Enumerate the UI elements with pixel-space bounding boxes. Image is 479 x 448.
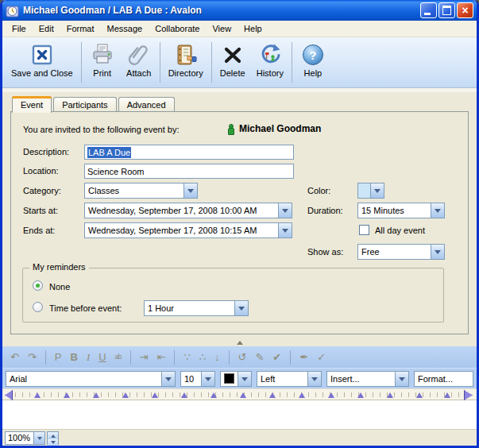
invite-text: You are invited to the following event b… bbox=[23, 125, 180, 134]
toolbar-separator bbox=[130, 350, 131, 365]
starts-at-value: Wednesday, September 17, 2008 10:00 AM bbox=[85, 203, 278, 218]
toolbar-separator bbox=[81, 42, 82, 83]
italic-icon[interactable]: I bbox=[87, 352, 90, 362]
history-button[interactable]: History bbox=[251, 40, 289, 79]
toolbar-button-label: Help bbox=[304, 68, 323, 78]
duration-select[interactable]: 15 Minutes bbox=[357, 203, 445, 218]
invite-row: You are invited to the following event b… bbox=[11, 122, 468, 139]
menu-message[interactable]: Message bbox=[102, 22, 148, 35]
indent-increase-icon[interactable]: ⇥ bbox=[140, 352, 149, 362]
menu-file[interactable]: File bbox=[7, 22, 31, 35]
my-reminders-legend: My reminders bbox=[29, 262, 89, 272]
chevron-down-icon bbox=[431, 245, 444, 259]
underline-icon[interactable]: U bbox=[99, 352, 106, 362]
reminder-time-value: 1 Hour bbox=[145, 301, 234, 315]
pane-splitter[interactable] bbox=[2, 338, 477, 346]
menu-collaborate[interactable]: Collaborate bbox=[150, 22, 204, 35]
tab-event[interactable]: Event bbox=[12, 96, 52, 113]
align-select[interactable]: Left bbox=[257, 371, 322, 387]
category-select[interactable]: Classes bbox=[84, 183, 198, 199]
all-day-checkbox[interactable] bbox=[359, 225, 369, 235]
title-bar[interactable]: Michael Goodman / LAB A Due : Avalon bbox=[2, 0, 477, 21]
history-icon bbox=[257, 42, 283, 68]
ends-at-label: Ends at: bbox=[23, 226, 55, 235]
attach-button[interactable]: Attach bbox=[121, 40, 157, 79]
save-and-close-button[interactable]: Save and Close bbox=[6, 40, 79, 79]
approve-icon[interactable]: ✔ bbox=[272, 352, 281, 362]
font-family-select[interactable]: Arial bbox=[6, 371, 176, 387]
format-toolbar: ↶ ↷ P B I U ab ⇥ ⇤ ∵ ∴ ↓ ↺ ✎ ✔ ✒ ✓ bbox=[2, 346, 477, 368]
color-select[interactable] bbox=[357, 183, 384, 199]
chevron-down-icon bbox=[183, 183, 197, 198]
undo-icon[interactable]: ↶ bbox=[10, 352, 19, 362]
menu-edit[interactable]: Edit bbox=[34, 22, 59, 35]
zoom-dropdown-icon[interactable] bbox=[33, 431, 45, 445]
chevron-down-icon bbox=[395, 372, 408, 386]
chevron-down-icon bbox=[370, 183, 384, 198]
spin-down-icon[interactable] bbox=[48, 439, 58, 446]
duration-value: 15 Minutes bbox=[358, 203, 431, 218]
chevron-down-icon bbox=[161, 372, 175, 386]
reminder-none-label: None bbox=[49, 282, 70, 292]
spellcheck-icon[interactable]: ✓ bbox=[317, 352, 326, 362]
line-spacing-icon[interactable]: ∴ bbox=[199, 352, 206, 362]
message-body[interactable] bbox=[2, 404, 477, 429]
tab-advanced[interactable]: Advanced bbox=[118, 97, 175, 112]
toolbar-button-label: Print bbox=[93, 68, 111, 78]
minimize-button[interactable] bbox=[420, 2, 437, 18]
save-close-icon bbox=[29, 42, 55, 68]
reminder-time-radio[interactable] bbox=[33, 302, 43, 312]
color-label: Color: bbox=[307, 186, 330, 195]
pen-icon[interactable]: ✎ bbox=[255, 352, 264, 362]
font-color-swatch bbox=[224, 373, 234, 384]
tab-participants[interactable]: Participants bbox=[53, 97, 116, 112]
reminder-none-radio[interactable] bbox=[33, 280, 43, 291]
directory-button[interactable]: Directory bbox=[163, 40, 209, 79]
menu-view[interactable]: View bbox=[207, 22, 236, 35]
location-input[interactable]: Science Room bbox=[84, 164, 294, 179]
reminder-time-select[interactable]: 1 Hour bbox=[144, 300, 249, 316]
zoom-spinner[interactable] bbox=[47, 431, 59, 445]
window-controls bbox=[420, 2, 473, 18]
menu-format[interactable]: Format bbox=[62, 22, 99, 35]
font-size-select[interactable]: 10 bbox=[180, 371, 215, 387]
left-margin-marker[interactable] bbox=[5, 390, 13, 400]
description-input[interactable]: LAB A Due bbox=[84, 145, 294, 160]
ends-at-select[interactable]: Wednesday, September 17, 2008 10:15 AM bbox=[84, 222, 292, 238]
ruler-area bbox=[2, 388, 477, 404]
fixed-size-icon[interactable]: ab bbox=[115, 353, 122, 361]
close-button[interactable] bbox=[457, 2, 473, 18]
print-button[interactable]: Print bbox=[84, 40, 121, 79]
show-as-select[interactable]: Free bbox=[357, 244, 445, 260]
redo-icon[interactable]: ↷ bbox=[28, 352, 37, 362]
category-value: Classes bbox=[85, 183, 183, 198]
chevron-down-icon bbox=[238, 372, 251, 386]
ruler[interactable] bbox=[2, 388, 477, 400]
status-bar: 100% bbox=[2, 429, 477, 446]
starts-at-select[interactable]: Wednesday, September 17, 2008 10:00 AM bbox=[84, 203, 292, 218]
align-value: Left bbox=[257, 372, 307, 386]
plain-style-icon[interactable]: P bbox=[55, 352, 62, 362]
insert-select[interactable]: Insert... bbox=[326, 371, 409, 387]
help-button[interactable]: Help bbox=[295, 40, 331, 79]
format-select[interactable]: Format... bbox=[414, 371, 473, 387]
font-toolbar: Arial 10 Left Insert... Format... bbox=[2, 368, 477, 388]
location-label: Location: bbox=[23, 166, 59, 176]
collapse-handle-icon bbox=[237, 341, 243, 345]
chevron-down-icon bbox=[234, 301, 248, 315]
bold-icon[interactable]: B bbox=[70, 352, 77, 362]
font-color-select[interactable] bbox=[220, 371, 252, 387]
paragraph-spacing-icon[interactable]: ∵ bbox=[183, 352, 190, 362]
zoom-value[interactable]: 100% bbox=[5, 431, 33, 445]
delete-button[interactable]: Delete bbox=[214, 40, 251, 79]
right-margin-marker[interactable] bbox=[464, 390, 473, 400]
menu-bar: File Edit Format Message Collaborate Vie… bbox=[2, 21, 477, 37]
maximize-button[interactable] bbox=[438, 2, 455, 18]
move-down-icon[interactable]: ↓ bbox=[214, 352, 220, 362]
show-as-label: Show as: bbox=[307, 247, 343, 257]
revert-icon[interactable]: ↺ bbox=[238, 352, 247, 362]
spin-up-icon[interactable] bbox=[48, 432, 58, 439]
menu-help[interactable]: Help bbox=[239, 22, 267, 35]
signature-icon[interactable]: ✒ bbox=[299, 352, 308, 362]
indent-decrease-icon[interactable]: ⇤ bbox=[157, 352, 166, 362]
